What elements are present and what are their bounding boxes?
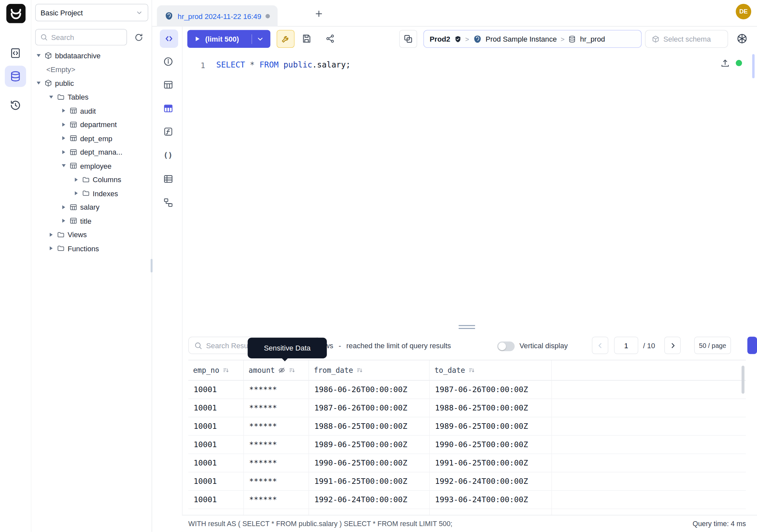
caret-right-icon[interactable] — [48, 246, 54, 250]
function-icon[interactable] — [162, 125, 173, 137]
schema-diagram-icon[interactable] — [162, 197, 173, 208]
cell-from-date[interactable]: 1992-06-24T00:00:00Z — [309, 491, 430, 509]
cell-emp-no[interactable]: 10001 — [188, 381, 244, 399]
refresh-icon[interactable] — [131, 30, 146, 44]
tree-item-functions[interactable]: Functions — [31, 241, 152, 255]
save-sheet-button[interactable] — [300, 32, 313, 45]
sort-icon[interactable] — [289, 367, 296, 374]
caret-right-icon[interactable] — [48, 233, 54, 236]
cell-emp-no[interactable]: 10001 — [188, 491, 244, 509]
caret-down-icon[interactable] — [48, 96, 54, 99]
run-query-button[interactable]: (limit 500) — [187, 30, 270, 48]
tree-item-employee[interactable]: employee — [31, 159, 152, 172]
cell-amount-masked[interactable]: ****** — [244, 436, 309, 454]
column-header-from-date[interactable]: from_date — [309, 360, 430, 381]
page-number-input[interactable] — [615, 337, 638, 354]
caret-right-icon[interactable] — [60, 150, 67, 154]
sidebar-search-input[interactable] — [51, 33, 122, 41]
editor-scrollbar-thumb[interactable] — [752, 54, 754, 78]
tree-item-audit[interactable]: audit — [31, 104, 152, 118]
results-scrollbar-thumb[interactable] — [742, 365, 744, 394]
cell-from-date[interactable]: 1989-06-25T00:00:00Z — [309, 436, 430, 454]
rail-sql-file-icon[interactable] — [5, 43, 26, 64]
cell-amount-masked[interactable]: ****** — [244, 472, 309, 491]
table-data-icon[interactable] — [162, 173, 173, 184]
column-header-amount[interactable]: amount — [244, 360, 309, 381]
caret-right-icon[interactable] — [60, 136, 67, 140]
cell-amount-masked[interactable]: ****** — [244, 454, 309, 472]
tree-item-tables[interactable]: Tables — [31, 90, 152, 104]
sort-icon[interactable] — [223, 367, 229, 374]
cell-to-date[interactable]: 1989-06-25T00:00:00Z — [430, 417, 552, 436]
share-sheet-button[interactable] — [324, 32, 336, 45]
project-selector[interactable]: Basic Project — [35, 4, 148, 21]
cell-amount-masked[interactable]: ****** — [244, 417, 309, 436]
cell-to-date[interactable]: 1990-06-25T00:00:00Z — [430, 436, 552, 454]
connection-breadcrumb[interactable]: Prod2 > Prod Sample Instance > hr_prod — [423, 30, 641, 48]
tree-item-bbdataarchive[interactable]: bbdataarchive — [31, 49, 152, 63]
tab-hr-prod[interactable]: hr_prod 2024-11-22 16:49 — [157, 5, 278, 26]
tree-item-dept-manager[interactable]: dept_mana... — [31, 145, 152, 159]
tree-item-salary[interactable]: salary — [31, 200, 152, 214]
caret-right-icon[interactable] — [60, 109, 67, 113]
caret-down-icon[interactable] — [35, 82, 42, 85]
cell-emp-no[interactable]: 10001 — [188, 399, 244, 417]
page-size-select[interactable]: 50 / page — [694, 337, 731, 354]
cell-amount-masked[interactable]: ****** — [244, 509, 309, 515]
tree-item-dept-emp[interactable]: dept_emp — [31, 131, 152, 145]
rail-database-icon[interactable] — [5, 66, 26, 87]
tree-item-public[interactable]: public — [31, 76, 152, 90]
code-mode-button[interactable] — [160, 29, 178, 48]
rail-history-icon[interactable] — [5, 95, 26, 116]
caret-down-icon[interactable] — [60, 165, 67, 168]
caret-right-icon[interactable] — [60, 219, 67, 223]
cell-from-date[interactable]: 1993-06-24T00:00:00Z — [309, 509, 430, 515]
bytebase-logo[interactable] — [6, 4, 25, 23]
user-avatar[interactable]: DE — [736, 4, 751, 19]
caret-right-icon[interactable] — [73, 191, 79, 195]
tree-item-indexes[interactable]: Indexes — [31, 186, 152, 200]
caret-down-icon[interactable] — [35, 54, 42, 57]
vertical-display-toggle[interactable] — [497, 341, 515, 351]
caret-right-icon[interactable] — [73, 177, 79, 181]
cell-from-date[interactable]: 1990-06-25T00:00:00Z — [309, 454, 430, 472]
cell-from-date[interactable]: 1988-06-25T00:00:00Z — [309, 417, 430, 436]
cell-to-date[interactable]: 1987-06-26T00:00:00Z — [430, 381, 552, 399]
parentheses-icon[interactable]: () — [162, 149, 173, 161]
column-header-to-date[interactable]: to_date — [430, 360, 552, 381]
ai-assistant-button[interactable] — [735, 31, 749, 46]
sql-editor-surface[interactable]: 1 SELECT * FROM public.salary; — [182, 53, 752, 328]
cell-emp-no[interactable]: 10001 — [188, 436, 244, 454]
cell-emp-no[interactable]: 10001 — [188, 472, 244, 491]
sidebar-resize-handle[interactable] — [151, 259, 153, 272]
new-tab-button[interactable] — [313, 8, 324, 19]
upload-icon[interactable] — [719, 57, 731, 69]
cell-amount-masked[interactable]: ****** — [244, 381, 309, 399]
caret-right-icon[interactable] — [60, 205, 67, 209]
cell-emp-no[interactable]: 10001 — [188, 417, 244, 436]
format-sql-button[interactable] — [277, 30, 295, 48]
tree-item-title[interactable]: title — [31, 214, 152, 228]
sidebar-search[interactable] — [35, 29, 127, 45]
caret-right-icon[interactable] — [60, 122, 67, 126]
select-schema-button[interactable]: Select schema — [645, 30, 728, 48]
tree-item-views[interactable]: Views — [31, 228, 152, 241]
sort-icon[interactable] — [356, 367, 363, 374]
cell-from-date[interactable]: 1987-06-26T00:00:00Z — [309, 399, 430, 417]
eye-off-icon[interactable] — [278, 366, 286, 374]
tree-item-department[interactable]: department — [31, 118, 152, 131]
cell-to-date[interactable]: 1993-06-24T00:00:00Z — [430, 491, 552, 509]
cell-to-date[interactable]: 1992-06-24T00:00:00Z — [430, 472, 552, 491]
cell-amount-masked[interactable]: ****** — [244, 491, 309, 509]
cell-emp-no[interactable]: 10001 — [188, 454, 244, 472]
page-number-box[interactable] — [614, 337, 639, 354]
export-button-clipped[interactable] — [747, 337, 757, 354]
cell-from-date[interactable]: 1986-06-26T00:00:00Z — [309, 381, 430, 399]
cell-from-date[interactable]: 1991-06-25T00:00:00Z — [309, 472, 430, 491]
batch-query-button[interactable] — [399, 30, 417, 48]
info-icon[interactable] — [162, 56, 173, 67]
sort-icon[interactable] — [469, 367, 475, 374]
run-options-chevron-icon[interactable] — [257, 35, 264, 43]
cell-to-date[interactable]: 1991-06-25T00:00:00Z — [430, 454, 552, 472]
colored-table-icon[interactable] — [162, 103, 173, 114]
